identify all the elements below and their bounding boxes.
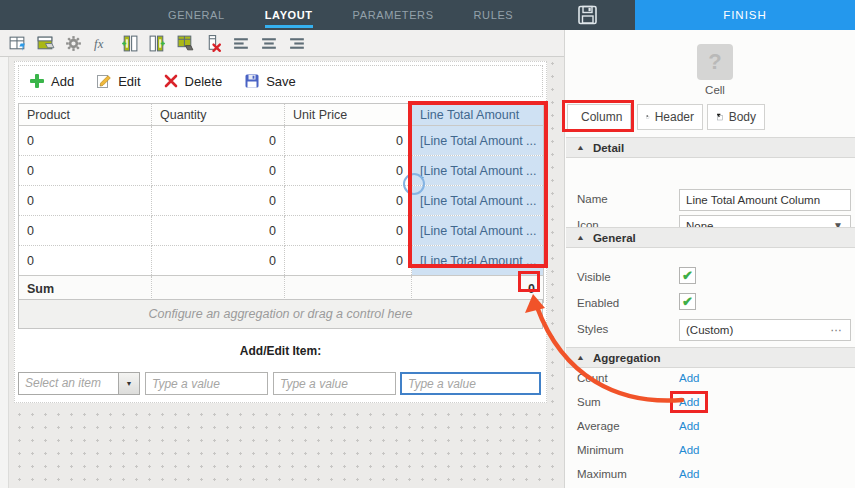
data-cell[interactable]: 0 — [285, 246, 412, 276]
name-input[interactable] — [679, 189, 851, 211]
svg-text:fx: fx — [94, 36, 104, 50]
column-header-product[interactable]: Product — [19, 104, 152, 126]
delete-column-icon[interactable] — [204, 34, 223, 53]
table-clear-icon[interactable] — [176, 34, 195, 53]
aggregation-drop-zone[interactable]: Configure an aggregation or drag a contr… — [18, 299, 543, 329]
dropdown-arrow-icon[interactable]: ▼ — [118, 373, 139, 394]
item-select-placeholder: Select an item — [25, 376, 101, 390]
top-tab-strip: GENERALLAYOUTPARAMETERSRULES — [168, 0, 513, 30]
item-select-dropdown[interactable]: Select an item ▼ — [18, 372, 140, 395]
data-cell[interactable]: 0 — [285, 216, 412, 246]
tab-body[interactable]: Body — [707, 104, 765, 130]
table-style-icon[interactable] — [36, 34, 55, 53]
properties-panel: ? Cell ColumnHeaderBody ▲ Detail Name Ic… — [564, 30, 855, 488]
save-icon[interactable] — [577, 5, 599, 25]
save-button-label: Save — [266, 74, 296, 89]
styles-picker[interactable]: (Custom) ⋯ — [679, 319, 851, 341]
tab-header[interactable]: Header — [637, 104, 703, 130]
line-total-cell[interactable]: [Line Total Amount ... — [412, 156, 544, 186]
data-cell[interactable]: 0 — [285, 126, 412, 156]
edit-button[interactable]: Edit — [96, 73, 140, 89]
data-cell[interactable]: 0 — [152, 246, 285, 276]
data-cell[interactable]: 0 — [19, 156, 152, 186]
tab-label: Body — [729, 110, 756, 124]
delete-button[interactable]: Delete — [163, 73, 223, 89]
data-cell[interactable]: 0 — [19, 246, 152, 276]
data-cell[interactable]: 0 — [152, 126, 285, 156]
column-header-quantity[interactable]: Quantity — [152, 104, 285, 126]
data-cell[interactable]: 0 — [152, 186, 285, 216]
aggregation-label-maximum: Maximum — [577, 468, 627, 480]
table-row: 000[Line Total Amount ... — [19, 186, 544, 216]
finish-button[interactable]: FINISH — [635, 0, 855, 30]
tab-label: Column — [581, 110, 622, 124]
aggregation-label-sum: Sum — [577, 396, 601, 408]
top-tab-layout[interactable]: LAYOUT — [265, 0, 313, 30]
edit-button-label: Edit — [118, 74, 140, 89]
line-total-cell[interactable]: [Line Total Amount ... — [412, 216, 544, 246]
general-section-header[interactable]: ▲ General — [566, 227, 855, 248]
data-cell[interactable]: 0 — [152, 216, 285, 246]
line-total-value-input[interactable] — [400, 372, 541, 395]
collapse-chevron-icon: ▲ — [576, 354, 585, 362]
detail-section-header[interactable]: ▲ Detail — [566, 137, 855, 158]
top-tab-parameters[interactable]: PARAMETERS — [353, 0, 434, 30]
table-properties-icon[interactable] — [8, 34, 27, 53]
insert-column-right-icon[interactable] — [148, 34, 167, 53]
add-edit-item-title: Add/Edit Item: — [18, 344, 543, 358]
gear-icon[interactable] — [64, 34, 83, 53]
table-header-row: ProductQuantityUnit PriceLine Total Amou… — [19, 104, 544, 126]
list-view-table[interactable]: ProductQuantityUnit PriceLine Total Amou… — [18, 103, 544, 303]
list-toolbar: Add Edit Delete Save — [18, 65, 543, 97]
top-tab-general[interactable]: GENERAL — [168, 0, 225, 30]
canvas-left-gutter — [0, 57, 9, 488]
aggregation-add-maximum[interactable]: Add — [679, 468, 699, 480]
enabled-checkbox[interactable]: ✔ — [679, 293, 696, 310]
pencil-icon — [96, 73, 112, 89]
save-button[interactable]: Save — [244, 73, 296, 89]
tab-label: Header — [655, 110, 694, 124]
align-center-icon[interactable] — [260, 34, 279, 53]
table-row: 000[Line Total Amount ... — [19, 156, 544, 186]
visible-checkbox[interactable]: ✔ — [679, 267, 696, 284]
data-cell[interactable]: 0 — [19, 126, 152, 156]
aggregation-add-average[interactable]: Add — [679, 420, 699, 432]
line-total-cell[interactable]: [Line Total Amount ... — [412, 186, 544, 216]
table-row: 000[Line Total Amount ... — [19, 246, 544, 276]
data-cell[interactable]: 0 — [152, 156, 285, 186]
tab-column[interactable]: Column — [567, 104, 631, 130]
fx-expression-icon[interactable]: fx — [92, 34, 111, 53]
collapse-chevron-icon: ▲ — [576, 234, 585, 242]
data-cell[interactable]: 0 — [285, 156, 412, 186]
floppy-icon — [244, 73, 260, 89]
line-total-cell[interactable]: [Line Total Amount ... — [412, 126, 544, 156]
column-header-unit-price[interactable]: Unit Price — [285, 104, 412, 126]
insert-column-left-icon[interactable] — [120, 34, 139, 53]
data-cell[interactable]: 0 — [19, 216, 152, 246]
line-total-cell[interactable]: [Line Total Amount ... — [412, 246, 544, 276]
aggregation-section-header[interactable]: ▲ Aggregation — [566, 347, 855, 368]
align-right-icon[interactable] — [288, 34, 307, 53]
data-cell[interactable]: 0 — [285, 186, 412, 216]
align-left-icon[interactable] — [232, 34, 251, 53]
detail-section-title: Detail — [593, 142, 624, 154]
collapse-chevron-icon: ▲ — [576, 144, 585, 152]
check-icon: ✔ — [682, 268, 693, 283]
top-tab-rules[interactable]: RULES — [474, 0, 514, 30]
cell-preview-label: Cell — [675, 84, 755, 96]
add-button-label: Add — [51, 74, 74, 89]
visible-label: Visible — [577, 271, 611, 283]
aggregation-add-minimum[interactable]: Add — [679, 444, 699, 456]
unit-price-value-input[interactable] — [273, 372, 396, 395]
cell-preview-icon: ? — [697, 44, 733, 80]
aggregation-label-count: Count — [577, 372, 608, 384]
aggregation-add-count[interactable]: Add — [679, 372, 699, 384]
ellipsis-icon[interactable]: ⋯ — [831, 320, 844, 340]
quantity-value-input[interactable] — [145, 372, 268, 395]
delete-button-label: Delete — [185, 74, 223, 89]
aggregation-add-sum[interactable]: Add — [679, 396, 699, 408]
form-designer-window: GENERALLAYOUTPARAMETERSRULES FINISH fx A… — [0, 0, 855, 488]
add-button[interactable]: Add — [29, 73, 74, 89]
column-header-line-total-amount[interactable]: Line Total Amount — [412, 104, 544, 126]
data-cell[interactable]: 0 — [19, 186, 152, 216]
